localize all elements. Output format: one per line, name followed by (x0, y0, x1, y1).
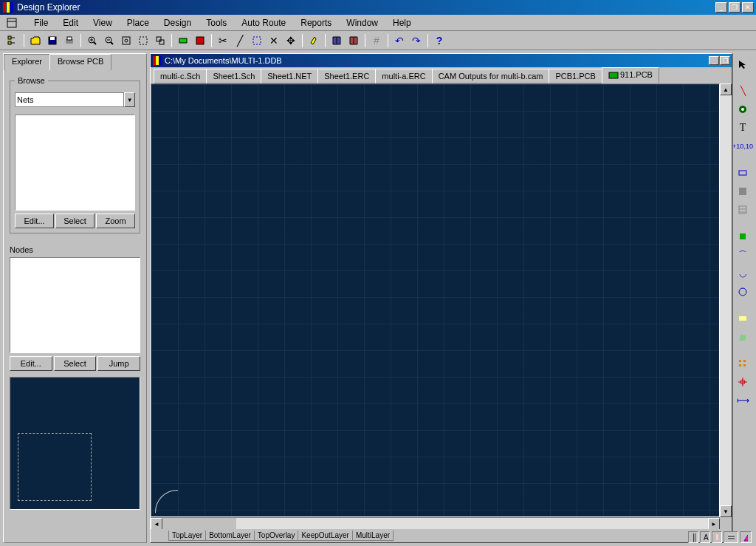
rtool-comp1-icon[interactable] (735, 165, 751, 181)
menu-design[interactable]: Design (157, 16, 199, 30)
rtool-arc2-icon[interactable]: ◡ (735, 265, 751, 281)
menu-tools[interactable]: Tools (199, 16, 234, 30)
menu-file[interactable]: File (27, 16, 55, 30)
rtool-hatch-icon[interactable] (735, 202, 751, 218)
doc-tab-1[interactable]: Sheet1.Sch (206, 69, 261, 83)
browse-edit-button[interactable]: Edit... (15, 214, 54, 228)
tool-print-icon[interactable] (61, 33, 78, 49)
scroll-left-icon[interactable]: ◄ (151, 518, 162, 530)
maximize-button[interactable]: ❐ (729, 2, 740, 13)
nodes-label: Nodes (4, 242, 146, 257)
rtool-origin-icon[interactable] (735, 374, 751, 390)
rtool-rect-icon[interactable] (735, 310, 751, 327)
menu-reports[interactable]: Reports (293, 16, 339, 30)
grid (151, 84, 719, 516)
menu-autoroute[interactable]: Auto Route (234, 16, 293, 30)
tool-zoomfit-icon[interactable] (118, 33, 134, 49)
tool-tree-icon[interactable] (4, 33, 21, 49)
tab-browse-pcb[interactable]: Browse PCB (49, 54, 111, 70)
layer-tab-multi[interactable]: MultiLayer (352, 530, 394, 541)
rtool-comp2-icon[interactable] (735, 183, 751, 199)
browse-listbox[interactable] (15, 115, 135, 211)
status-cell-0: ║ (688, 531, 698, 543)
tool-help-icon[interactable]: ? (431, 33, 447, 49)
tool-highlight-icon[interactable] (306, 33, 322, 49)
nodes-select-button[interactable]: Select (54, 356, 97, 371)
browse-select[interactable] (15, 92, 124, 107)
minimize-button[interactable]: _ (715, 2, 727, 13)
rtool-dimension-icon[interactable]: +10,10 (735, 138, 751, 154)
status-cell-2 (712, 531, 722, 543)
doc-tab-7[interactable]: 911.PCB (602, 67, 659, 83)
menu-edit[interactable]: Edit (55, 16, 86, 30)
tab-explorer[interactable]: Explorer (4, 54, 50, 70)
nodes-jump-button[interactable]: Jump (97, 356, 140, 371)
browse-select-dropdown-icon[interactable]: ▼ (124, 92, 135, 107)
tool-zoomin-icon[interactable] (84, 33, 100, 49)
scroll-down-icon[interactable]: ▼ (720, 505, 732, 517)
rtool-pad-icon[interactable] (735, 101, 751, 117)
doc-titlebar: C:\My Documents\MULTI-1.DDB _ ❐ (151, 54, 732, 67)
browse-zoom-button[interactable]: Zoom (96, 214, 135, 228)
tool-grid-icon[interactable]: # (368, 33, 385, 49)
menu-icon (6, 17, 18, 29)
horizontal-scrollbar[interactable]: ◄ ► (151, 517, 720, 529)
scroll-up-icon[interactable]: ▲ (720, 83, 732, 95)
tool-select-icon[interactable] (249, 33, 265, 49)
rtool-chip-icon[interactable] (735, 228, 751, 245)
status-cell-4 (740, 531, 752, 543)
tool-zoomsel-icon[interactable] (152, 33, 168, 49)
layer-tab-bottom[interactable]: BottomLayer (205, 530, 255, 541)
doc-tab-2[interactable]: Sheet1.NET (261, 69, 318, 83)
tool-open-icon[interactable] (27, 33, 44, 49)
canvas[interactable] (151, 83, 720, 517)
close-button[interactable]: ✕ (742, 2, 754, 13)
doc-minimize-button[interactable]: _ (709, 56, 719, 65)
rtool-text-icon[interactable]: T (735, 120, 751, 136)
svg-rect-34 (739, 171, 746, 175)
tool-zoomarea-icon[interactable] (135, 33, 151, 49)
layer-tab-keepout[interactable]: KeepOutLayer (298, 530, 353, 541)
browse-select-button[interactable]: Select (55, 214, 94, 228)
tool-book1-icon[interactable] (329, 33, 345, 49)
menu-help[interactable]: Help (385, 16, 419, 30)
rtool-dim2-icon[interactable]: ⟼ (735, 392, 751, 409)
doc-tab-4[interactable]: multi-a.ERC (375, 69, 432, 83)
rtool-poly-icon[interactable] (735, 329, 751, 345)
tool-line-icon[interactable]: ╱ (232, 33, 248, 49)
rtool-line-icon[interactable]: ╲ (735, 83, 751, 99)
svg-rect-30 (159, 56, 162, 65)
svg-rect-3 (7, 18, 16, 27)
rtool-cursor-icon[interactable] (735, 56, 751, 72)
tool-zoomout-icon[interactable] (101, 33, 117, 49)
menu-view[interactable]: View (86, 16, 120, 30)
tool-redo-icon[interactable]: ↷ (408, 33, 425, 49)
tool-cut-icon[interactable]: ✂ (215, 33, 231, 49)
doc-tab-6[interactable]: PCB1.PCB (549, 69, 602, 83)
layer-tab-top[interactable]: TopLayer (168, 530, 206, 541)
doc-tab-3[interactable]: Sheet1.ERC (317, 69, 376, 83)
browse-fieldset: Browse ▼ Edit... Select Zoom (10, 76, 140, 233)
tool-move-icon[interactable]: ✥ (283, 33, 299, 49)
rtool-arc1-icon[interactable]: ⌒ (735, 247, 751, 263)
left-panel: Explorer Browse PCB Browse ▼ Edit... Sel… (3, 53, 147, 543)
menu-window[interactable]: Window (339, 16, 385, 30)
tool-book2-icon[interactable] (346, 33, 362, 49)
layer-tab-topoverlay[interactable]: TopOverlay (254, 530, 299, 541)
doc-tab-5[interactable]: CAM Outputs for multi-b.cam (432, 69, 550, 83)
nodes-edit-button[interactable]: Edit... (10, 356, 52, 371)
tool-undo-icon[interactable]: ↶ (391, 33, 408, 49)
rtool-circle-icon[interactable] (735, 284, 751, 300)
menu-place[interactable]: Place (120, 16, 157, 30)
scroll-right-icon[interactable]: ► (708, 518, 720, 530)
doc-maximize-button[interactable]: ❐ (720, 56, 730, 65)
doc-icon (152, 55, 162, 66)
rtool-array-icon[interactable] (735, 355, 751, 372)
status-cell-3 (724, 531, 738, 543)
tool-browse-icon[interactable] (192, 33, 208, 49)
tool-save-icon[interactable] (44, 33, 61, 49)
tool-component-icon[interactable] (175, 33, 191, 49)
nodes-listbox[interactable] (10, 257, 140, 353)
tool-deselect-icon[interactable]: ✕ (266, 33, 282, 49)
doc-tab-0[interactable]: multi-c.Sch (154, 69, 207, 83)
